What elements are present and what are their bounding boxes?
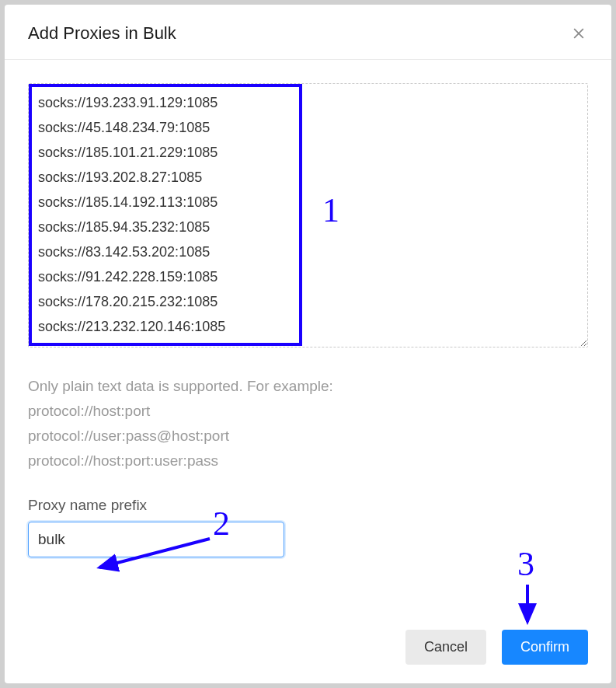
dialog-body: Only plain text data is supported. For e…: [5, 60, 611, 616]
prefix-label: Proxy name prefix: [28, 497, 588, 514]
dialog-header: Add Proxies in Bulk: [5, 5, 611, 60]
bulk-proxy-dialog: Add Proxies in Bulk Only plain text data…: [5, 5, 611, 683]
proxy-list-textarea[interactable]: [28, 83, 588, 347]
help-line: protocol://host:port:user:pass: [28, 449, 588, 473]
help-line: Only plain text data is supported. For e…: [28, 374, 588, 399]
dialog-title: Add Proxies in Bulk: [28, 23, 176, 44]
confirm-button[interactable]: Confirm: [502, 630, 588, 665]
dialog-footer: Cancel Confirm: [5, 616, 611, 683]
prefix-input[interactable]: [28, 522, 284, 557]
help-line: protocol://user:pass@host:port: [28, 424, 588, 449]
help-text: Only plain text data is supported. For e…: [28, 374, 588, 473]
textarea-wrap: [28, 83, 588, 351]
close-icon: [571, 26, 586, 41]
help-line: protocol://host:port: [28, 399, 588, 424]
close-button[interactable]: [569, 24, 588, 43]
cancel-button[interactable]: Cancel: [405, 630, 486, 665]
